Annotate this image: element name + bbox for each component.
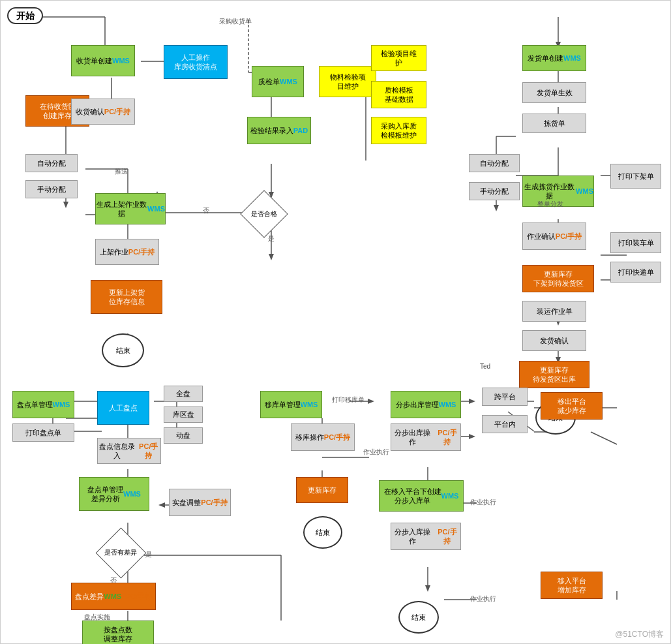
count-manage2: 盘点单管理差异分析WMS (79, 477, 149, 511)
platform1: 跨平台 (482, 388, 528, 406)
move-platform-add: 移入平台增加库存 (541, 572, 603, 599)
material-inspect: 物料检验项目维护 (319, 66, 376, 97)
sort-label: 整单分发 (537, 200, 563, 209)
qualified-no: 否 (203, 206, 209, 215)
step-out-op: 分步出库操作PC/手持 (391, 423, 461, 451)
print-express: 打印快递单 (610, 262, 661, 283)
manual-count: 人工盘点 (97, 391, 149, 425)
ted-label: Ted (480, 363, 490, 370)
step-out-manage: 分步出库管理WMS (391, 391, 461, 418)
task-exec-label: 作业执行 (363, 448, 389, 457)
flowchart-canvas: @51CTO博客 开始收货单创建WMS人工操作库房收货清点在待收货区创建库存收货… (0, 0, 671, 644)
svg-marker-109 (425, 585, 430, 592)
move-platform-reduce: 移出平台减少库存 (541, 392, 603, 420)
auto-assign2: 自动分配 (469, 154, 520, 172)
svg-marker-48 (494, 205, 499, 211)
diff-no: 是 (145, 550, 152, 559)
svg-marker-98 (469, 399, 475, 404)
gen-upper-task: 生成上架作业数据WMS (95, 193, 166, 224)
print-count: 打印盘点单 (12, 423, 74, 442)
qualified-diamond: 是否合格 (242, 192, 286, 236)
dynamic-count: 动盘 (164, 427, 203, 444)
task-exec2-label: 作业执行 (470, 498, 496, 507)
qualified-yes: 是 (268, 234, 275, 243)
pick: 拣货单 (522, 114, 586, 133)
platform2: 平台内 (482, 415, 528, 433)
svg-marker-102 (469, 434, 475, 439)
update-ship-inv: 更新库存待发货区出库 (519, 361, 589, 388)
upper-task: 上架作业PC/手持 (95, 239, 159, 265)
manual-assign2: 手动分配 (469, 182, 520, 200)
ship-confirm: 发货确认 (522, 330, 586, 351)
print-move-label: 打印移库单 (332, 395, 365, 405)
purchase-template: 采购入库质检模板维护 (371, 117, 426, 144)
update-shelf2: 更新库存下架到待发货区 (522, 265, 594, 292)
task-exec3-label: 作业执行 (470, 594, 496, 604)
inspect-entry: 检验结果录入PAD (247, 117, 311, 144)
end4: 结束 (303, 516, 342, 549)
svg-line-114 (591, 432, 617, 444)
receive-confirm: 收货确认PC/手持 (71, 99, 135, 125)
receive-create: 收货单创建WMS (71, 45, 135, 76)
end5: 结束 (398, 601, 439, 634)
purchase-receipt-label: 采购收货单 (219, 17, 252, 26)
actual-adjust: 实盘调整PC/手持 (169, 489, 231, 516)
quality-check: 质检单WMS (252, 66, 304, 97)
svg-marker-37 (269, 254, 274, 260)
auto-assign: 自动分配 (25, 154, 78, 172)
adjust-inv: 按盘点数调整库存 (82, 621, 154, 644)
quality-template: 质检模板基础数据 (371, 81, 426, 108)
create-step-in: 在移入平台下创建分步入库单WMS (379, 480, 464, 512)
svg-marker-91 (368, 399, 374, 404)
inspect-project: 检验项目维护 (371, 45, 426, 71)
watermark: @51CTO博客 (615, 629, 664, 640)
step-in-op: 分步入库操作PC/手持 (391, 523, 461, 550)
area-count: 库区盘 (164, 406, 203, 423)
print-down: 打印下架单 (610, 164, 661, 189)
svg-marker-78 (158, 502, 165, 508)
ship-create: 发货单创建WMS (522, 45, 586, 71)
diff-diamond: 是否有差异 (97, 529, 144, 576)
count-entry: 盘点信息录入PC/手持 (97, 438, 161, 464)
start: 开始 (7, 7, 43, 24)
full-count: 全盘 (164, 386, 203, 402)
update-shelf: 更新上架货位库存信息 (91, 280, 162, 314)
task-confirm: 作业确认PC/手持 (522, 222, 586, 250)
manual-assign: 手动分配 (25, 180, 78, 198)
count-manage: 盘点单管理WMS (12, 391, 74, 418)
push-label: 推送 (115, 167, 128, 176)
update-inv-move: 更新库存 (296, 477, 348, 503)
svg-marker-11 (63, 202, 68, 208)
manual-op: 人工操作库房收货清点 (164, 45, 228, 79)
print-load: 打印装车单 (610, 232, 661, 253)
load-task: 装运作业单 (522, 301, 586, 322)
ship-effective: 发货单生效 (522, 82, 586, 103)
move-manage: 移库单管理WMS (260, 391, 322, 418)
count-diff: 盘点差异WMS PC/手持 (71, 583, 156, 610)
move-op: 移库操作PC/手持 (291, 423, 355, 451)
end1: 结束 (102, 333, 144, 367)
